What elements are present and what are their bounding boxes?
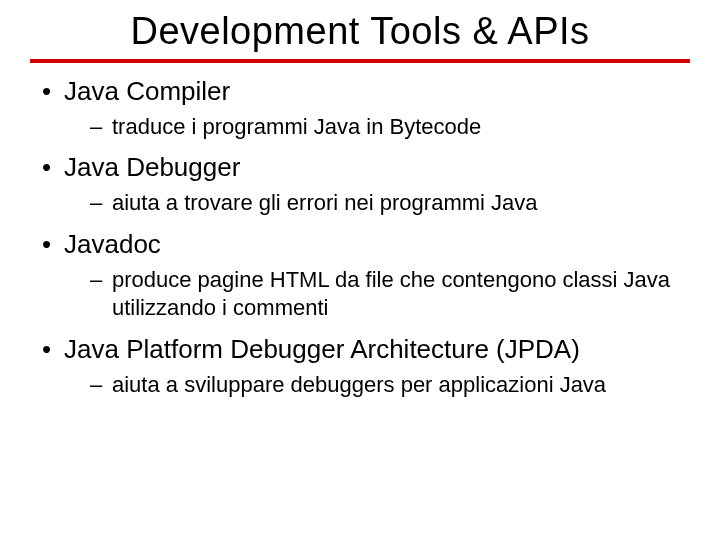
list-item: Java Compiler traduce i programmi Java i… xyxy=(38,75,690,141)
sub-list: aiuta a sviluppare debuggers per applica… xyxy=(64,371,690,400)
list-item: Java Platform Debugger Architecture (JPD… xyxy=(38,333,690,399)
list-item-label: Java Platform Debugger Architecture (JPD… xyxy=(64,334,580,364)
list-item: Javadoc produce pagine HTML da file che … xyxy=(38,228,690,323)
sub-list-item: produce pagine HTML da file che contengo… xyxy=(90,266,690,323)
slide: Development Tools & APIs Java Compiler t… xyxy=(0,0,720,540)
list-item-label: Javadoc xyxy=(64,229,161,259)
sub-list: traduce i programmi Java in Bytecode xyxy=(64,113,690,142)
bullet-list: Java Compiler traduce i programmi Java i… xyxy=(30,75,690,399)
list-item: Java Debugger aiuta a trovare gli errori… xyxy=(38,151,690,217)
list-item-label: Java Compiler xyxy=(64,76,230,106)
page-title: Development Tools & APIs xyxy=(30,10,690,53)
sub-list-item: aiuta a trovare gli errori nei programmi… xyxy=(90,189,690,218)
list-item-label: Java Debugger xyxy=(64,152,240,182)
title-block: Development Tools & APIs xyxy=(30,10,690,63)
sub-list: produce pagine HTML da file che contengo… xyxy=(64,266,690,323)
sub-list-item: aiuta a sviluppare debuggers per applica… xyxy=(90,371,690,400)
sub-list-item: traduce i programmi Java in Bytecode xyxy=(90,113,690,142)
sub-list: aiuta a trovare gli errori nei programmi… xyxy=(64,189,690,218)
